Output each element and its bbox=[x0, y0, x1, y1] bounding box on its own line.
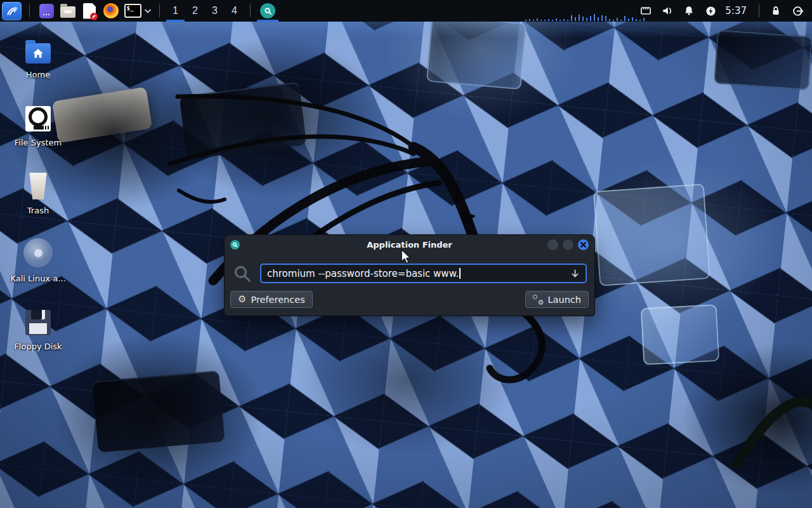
desktop-icon-label: Floppy Disk bbox=[14, 342, 62, 351]
disc-icon bbox=[23, 238, 53, 267]
kali-desktop: $_ 1 2 3 4 bbox=[0, 0, 812, 508]
top-panel: $_ 1 2 3 4 bbox=[0, 0, 812, 22]
window-title: Application Finder bbox=[225, 240, 594, 250]
maximize-button[interactable] bbox=[563, 239, 573, 250]
gear-icon: ⚙ bbox=[238, 295, 246, 304]
notification-bell-icon bbox=[683, 5, 695, 17]
audio-volume-icon bbox=[661, 4, 674, 17]
file-manager-icon bbox=[60, 6, 75, 18]
terminal-prompt-glyph: $_ bbox=[127, 5, 134, 11]
panel-separator bbox=[159, 4, 160, 17]
desktop-icon-kali-disc[interactable]: Kali Linux a... bbox=[6, 237, 70, 305]
volume-tray-button[interactable] bbox=[657, 0, 678, 22]
search-icon bbox=[233, 264, 252, 283]
desktop-icon-label: Trash bbox=[27, 206, 49, 215]
power-manager-icon bbox=[705, 5, 717, 17]
close-button[interactable] bbox=[578, 239, 589, 250]
text-editor-icon bbox=[83, 3, 96, 19]
application-finder-icon bbox=[260, 3, 275, 18]
launcher-firefox[interactable] bbox=[102, 1, 120, 20]
firefox-icon bbox=[103, 3, 119, 18]
dialog-actions: ⚙ Preferences Launch bbox=[225, 283, 594, 308]
desktop-icon-label: Home bbox=[26, 70, 50, 79]
launcher-purple-app[interactable] bbox=[37, 1, 55, 20]
application-finder-window: Application Finder chromium --password-s… bbox=[225, 235, 594, 316]
desktop-icon-trash[interactable]: Trash bbox=[6, 169, 70, 237]
terminal-dropdown-button[interactable] bbox=[144, 8, 152, 14]
command-input[interactable]: chromium --password-store=basic www. bbox=[260, 264, 587, 283]
minimize-button[interactable] bbox=[547, 239, 558, 250]
chevron-down-icon bbox=[144, 8, 152, 14]
lock-screen-button[interactable] bbox=[765, 0, 787, 22]
history-dropdown-button[interactable] bbox=[570, 269, 580, 278]
desktop-icon-home[interactable]: Home bbox=[6, 33, 70, 101]
workspace-button-1[interactable]: 1 bbox=[166, 0, 185, 22]
desktop-icon-floppy[interactable]: Floppy Disk bbox=[6, 305, 70, 373]
command-input-value: chromium --password-store=basic www. bbox=[267, 268, 459, 279]
drive-icon bbox=[25, 106, 51, 131]
text-caret bbox=[459, 268, 461, 279]
terminal-icon: $_ bbox=[124, 4, 141, 18]
logout-icon bbox=[792, 5, 804, 17]
trash-icon bbox=[27, 173, 49, 199]
down-arrow-icon bbox=[570, 269, 580, 278]
desktop-icon-column: Home File System Trash Kali Linux a... F… bbox=[6, 33, 70, 373]
desktop-icon-file-system[interactable]: File System bbox=[6, 101, 70, 169]
preferences-button-label: Preferences bbox=[251, 295, 304, 305]
clock[interactable]: 5:37 bbox=[725, 5, 747, 17]
launch-button-label: Launch bbox=[547, 295, 581, 305]
launcher-file-manager[interactable] bbox=[59, 1, 77, 20]
launcher-text-editor[interactable] bbox=[81, 1, 98, 20]
panel-separator bbox=[250, 4, 251, 17]
workspace-button-4[interactable]: 4 bbox=[225, 0, 244, 22]
launch-run-icon bbox=[533, 295, 543, 305]
audio-visualizer bbox=[525, 13, 652, 21]
logout-button[interactable] bbox=[787, 0, 808, 22]
panel-left: $_ 1 2 3 4 bbox=[0, 0, 279, 22]
purple-app-icon bbox=[39, 4, 54, 18]
mouse-cursor bbox=[400, 249, 412, 265]
kali-dragon-icon bbox=[6, 4, 18, 17]
desktop-icon-label: Kali Linux a... bbox=[10, 274, 65, 283]
taskbar-application-finder[interactable] bbox=[256, 0, 279, 22]
panel-separator bbox=[29, 4, 30, 17]
panel-separator bbox=[759, 4, 759, 17]
workspace-button-2[interactable]: 2 bbox=[185, 0, 205, 22]
window-controls bbox=[547, 239, 589, 250]
launcher-terminal[interactable]: $_ bbox=[124, 1, 141, 20]
workspace-button-3[interactable]: 3 bbox=[205, 0, 225, 22]
applications-menu-button[interactable] bbox=[2, 2, 22, 20]
close-icon bbox=[580, 242, 586, 248]
floppy-icon bbox=[25, 310, 51, 335]
lock-screen-icon bbox=[770, 5, 782, 17]
power-manager-tray-button[interactable] bbox=[700, 0, 721, 22]
panel-right: 5:37 bbox=[635, 0, 812, 22]
desktop-icon-label: File System bbox=[15, 138, 62, 147]
launch-button[interactable]: Launch bbox=[525, 291, 589, 308]
home-folder-icon bbox=[25, 43, 51, 64]
notifications-tray-button[interactable] bbox=[678, 0, 700, 22]
preferences-button[interactable]: ⚙ Preferences bbox=[230, 291, 313, 308]
